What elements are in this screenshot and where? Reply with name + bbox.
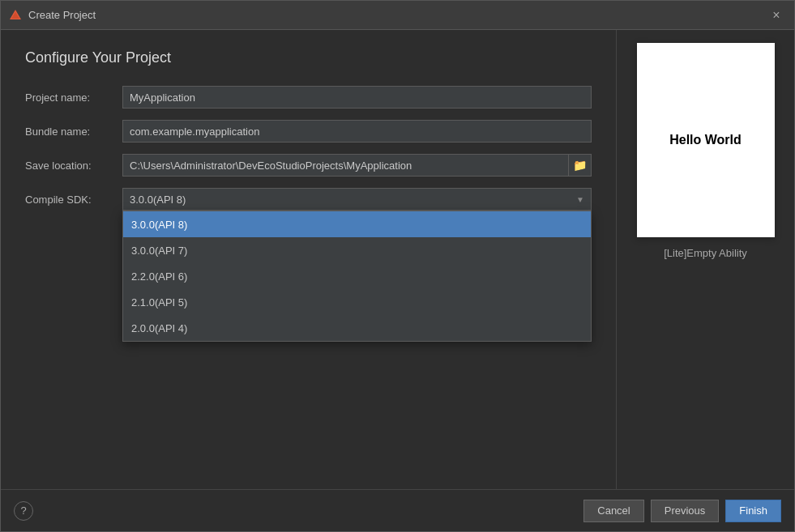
bundle-name-row: Bundle name: bbox=[25, 120, 592, 143]
dropdown-option-3[interactable]: 2.1.0(API 5) bbox=[123, 289, 591, 315]
bundle-name-input[interactable] bbox=[122, 120, 592, 143]
save-location-field: 📁 bbox=[122, 154, 592, 177]
dropdown-option-0[interactable]: 3.0.0(API 8) bbox=[123, 211, 591, 237]
close-button[interactable]: × bbox=[767, 6, 786, 25]
compile-sdk-label: Compile SDK: bbox=[25, 194, 122, 206]
bundle-name-label: Bundle name: bbox=[25, 126, 122, 138]
save-location-row: Save location: 📁 bbox=[25, 154, 592, 177]
preview-card: Hello World bbox=[637, 43, 775, 237]
compile-sdk-value: 3.0.0(API 8) bbox=[130, 194, 186, 206]
dropdown-option-2[interactable]: 2.2.0(API 6) bbox=[123, 263, 591, 289]
create-project-dialog: Create Project × Configure Your Project … bbox=[0, 0, 795, 532]
app-icon bbox=[9, 9, 22, 22]
help-icon: ? bbox=[20, 504, 26, 517]
hello-world-text: Hello World bbox=[669, 133, 742, 147]
cancel-button[interactable]: Cancel bbox=[583, 500, 643, 522]
preview-label: [Lite]Empty Ability bbox=[664, 247, 747, 259]
browse-button[interactable]: 📁 bbox=[569, 154, 592, 177]
help-button[interactable]: ? bbox=[14, 501, 33, 521]
finish-button[interactable]: Finish bbox=[725, 500, 781, 522]
project-name-label: Project name: bbox=[25, 92, 122, 104]
compile-sdk-selected[interactable]: 3.0.0(API 8) ▼ bbox=[122, 188, 592, 211]
project-name-row: Project name: bbox=[25, 86, 592, 109]
compile-sdk-dropdown[interactable]: 3.0.0(API 8) ▼ 3.0.0(API 8) 3.0.0(API 7)… bbox=[122, 188, 592, 211]
compile-sdk-list: 3.0.0(API 8) 3.0.0(API 7) 2.2.0(API 6) 2… bbox=[122, 211, 592, 342]
title-bar-text: Create Project bbox=[28, 9, 767, 21]
dropdown-option-1[interactable]: 3.0.0(API 7) bbox=[123, 237, 591, 263]
title-bar: Create Project × bbox=[1, 1, 794, 30]
page-title: Configure Your Project bbox=[25, 49, 592, 66]
save-location-label: Save location: bbox=[25, 160, 122, 172]
dropdown-arrow: ▼ bbox=[576, 195, 584, 204]
dropdown-option-4[interactable]: 2.0.0(API 4) bbox=[123, 315, 591, 341]
right-panel: Hello World [Lite]Empty Ability bbox=[616, 30, 794, 489]
dialog-body: Configure Your Project Project name: Bun… bbox=[1, 30, 794, 489]
previous-button[interactable]: Previous bbox=[651, 500, 720, 522]
folder-icon: 📁 bbox=[573, 159, 587, 172]
save-location-input[interactable] bbox=[122, 154, 569, 177]
footer-buttons: Cancel Previous Finish bbox=[583, 500, 781, 522]
compile-sdk-row: Compile SDK: 3.0.0(API 8) ▼ 3.0.0(API 8)… bbox=[25, 188, 592, 211]
project-name-input[interactable] bbox=[122, 86, 592, 109]
dialog-footer: ? Cancel Previous Finish bbox=[1, 489, 794, 531]
left-panel: Configure Your Project Project name: Bun… bbox=[1, 30, 616, 489]
